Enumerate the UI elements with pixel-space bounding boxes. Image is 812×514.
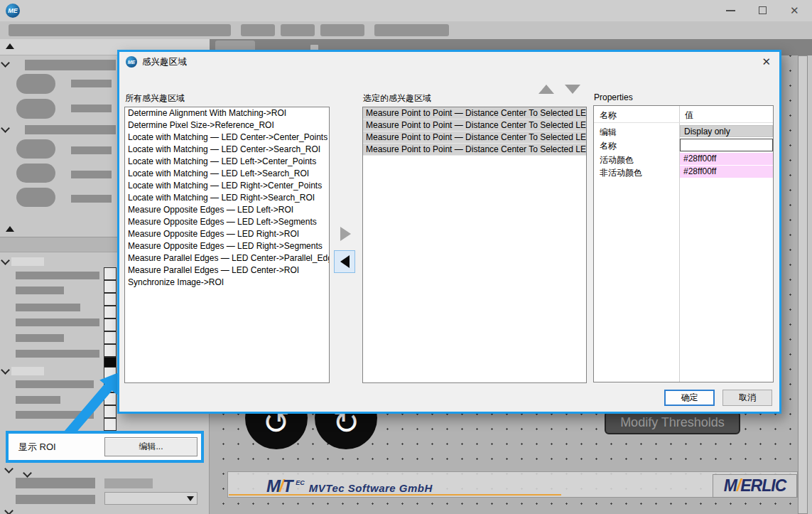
- mvtec-monogram-sup: EC: [296, 480, 305, 486]
- merlic-logo: M/ERLIC: [724, 476, 786, 496]
- list-item-selected[interactable]: Measure Point to Point — Distance Center…: [363, 144, 586, 156]
- placeholder-bar: [16, 350, 99, 358]
- remove-roi-button[interactable]: [334, 250, 355, 273]
- mvtec-monogram: M/T: [266, 478, 291, 495]
- placeholder-bar: [16, 478, 95, 488]
- mvtec-logo: M/T EC MVTec Software GmbH: [266, 475, 433, 495]
- list-item-selected[interactable]: Measure Point to Point — Distance Center…: [363, 132, 586, 144]
- list-item[interactable]: Synchronize Image->ROI: [125, 277, 329, 289]
- toolbar: [0, 21, 812, 39]
- add-roi-icon[interactable]: [340, 227, 351, 241]
- dialog-icon: ME: [126, 56, 137, 68]
- canvas-vertical-scrollbar[interactable]: [798, 55, 808, 514]
- placeholder-cell: [104, 331, 117, 344]
- property-name: 编辑: [600, 127, 617, 139]
- placeholder-bar: [16, 396, 60, 404]
- placeholder-tool[interactable]: [16, 164, 55, 183]
- placeholder-label: [71, 80, 112, 87]
- placeholder-cell: [104, 293, 117, 306]
- list-item[interactable]: Locate with Matching — LED Right->Center…: [125, 180, 329, 192]
- placeholder-cell: [104, 380, 117, 392]
- minimize-icon[interactable]: [726, 10, 735, 11]
- selected-rois-listbox[interactable]: Measure Point to Point — Distance Center…: [362, 107, 587, 383]
- cancel-button[interactable]: 取消: [722, 390, 772, 406]
- property-name: 名称: [600, 140, 617, 152]
- placeholder-bar: [16, 318, 99, 326]
- list-item[interactable]: Measure Opposite Edges — LED Right->Segm…: [125, 240, 329, 252]
- list-item[interactable]: Locate with Matching — LED Left->Center_…: [125, 156, 329, 168]
- placeholder-tool[interactable]: [16, 99, 55, 119]
- property-name: 非活动颜色: [600, 167, 642, 179]
- placeholder-cell: [104, 367, 117, 380]
- dialog-title: 感兴趣区域: [142, 56, 187, 68]
- list-item[interactable]: Measure Opposite Edges — LED Left->ROI: [125, 204, 329, 216]
- list-item[interactable]: Locate with Matching — LED Center->Cente…: [125, 132, 329, 144]
- remove-roi-icon: [340, 255, 350, 268]
- app-logo-icon: ME: [6, 4, 20, 18]
- placeholder-bar: [104, 478, 153, 488]
- placeholder-label: [11, 257, 44, 266]
- toolbar-placeholder-button[interactable]: [374, 24, 449, 36]
- edit-mode-dropdown[interactable]: Display only: [680, 125, 773, 137]
- property-row-active-color: 活动颜色 #28ff00ff: [594, 153, 773, 166]
- merlic-logo-box: M/ERLIC: [713, 474, 797, 498]
- placeholder-bar: [16, 334, 64, 342]
- ok-button[interactable]: 确定: [664, 390, 715, 406]
- all-rois-listbox[interactable]: Determine Alignment With Matching->ROIDe…: [124, 107, 330, 383]
- placeholder-tool[interactable]: [16, 188, 55, 207]
- placeholder-label: [71, 195, 112, 203]
- property-row-edit: 编辑 Display only: [594, 125, 773, 138]
- placeholder-cell: [104, 318, 117, 331]
- placeholder-cell: [104, 405, 117, 418]
- list-item[interactable]: Determine Alignment With Matching->ROI: [125, 107, 329, 119]
- property-row-name: 名称: [594, 139, 773, 151]
- mvtec-company-name: MVTec Software GmbH: [309, 481, 433, 495]
- placeholder-cell: [104, 344, 117, 357]
- placeholder-label: [71, 105, 112, 112]
- list-item[interactable]: Measure Opposite Edges — LED Left->Segme…: [125, 216, 329, 228]
- list-item[interactable]: Locate with Matching — LED Left->Search_…: [125, 168, 329, 180]
- dialog-titlebar[interactable]: ME 感兴趣区域: [119, 52, 779, 72]
- placeholder-cell: [104, 418, 117, 431]
- placeholder-bar: [16, 287, 64, 294]
- merlic-app-window: ME ✕ ↺ ↻ Modify Thresholds M/T EC MVTec …: [0, 0, 812, 514]
- roi-name-input[interactable]: [680, 139, 773, 151]
- close-icon[interactable]: ✕: [790, 5, 799, 16]
- show-roi-callout: 显示 ROI 编辑...: [6, 431, 204, 463]
- active-color-value[interactable]: #28ff00ff: [680, 153, 773, 165]
- toolbar-placeholder-button[interactable]: [320, 24, 364, 36]
- list-item[interactable]: Measure Parallel Edges — LED Center->ROI: [125, 264, 329, 277]
- placeholder-tool[interactable]: [16, 139, 55, 159]
- placeholder-dropdown[interactable]: [104, 492, 197, 505]
- placeholder-cell: [104, 267, 117, 280]
- placeholder-cell: [104, 392, 117, 405]
- placeholder-label: [71, 171, 112, 178]
- scroll-up-icon[interactable]: [6, 226, 14, 232]
- inactive-color-value[interactable]: #28ff00ff: [680, 166, 773, 178]
- property-name: 活动颜色: [600, 154, 634, 166]
- list-item[interactable]: Determine Pixel Size->Reference_ROI: [125, 119, 329, 132]
- list-item[interactable]: Measure Opposite Edges — LED Right->ROI: [125, 228, 329, 240]
- scroll-up-icon[interactable]: [6, 43, 14, 49]
- placeholder-cell: [104, 280, 117, 293]
- toolbar-placeholder-button[interactable]: [241, 24, 275, 36]
- list-item[interactable]: Locate with Matching — LED Right->Search…: [125, 192, 329, 204]
- toolbar-placeholder-button[interactable]: [281, 24, 315, 36]
- list-item[interactable]: Locate with Matching — LED Center->Searc…: [125, 144, 329, 156]
- list-item-selected[interactable]: Measure Point to Point — Distance Center…: [363, 119, 586, 132]
- move-up-icon[interactable]: [538, 85, 554, 94]
- placeholder-bar: [16, 380, 94, 388]
- modify-thresholds-button[interactable]: Modify Thresholds: [605, 411, 740, 434]
- edit-roi-button[interactable]: 编辑...: [104, 437, 197, 456]
- maximize-icon[interactable]: [759, 6, 767, 14]
- dialog-close-icon[interactable]: ✕: [762, 56, 771, 67]
- placeholder-label: [71, 146, 112, 154]
- list-item-selected[interactable]: Measure Point to Point — Distance Center…: [363, 107, 586, 119]
- list-item[interactable]: Measure Parallel Edges — LED Center->Par…: [125, 252, 329, 264]
- move-down-icon[interactable]: [565, 85, 580, 94]
- canvas-right-margin: [808, 55, 812, 514]
- all-rois-label: 所有感兴趣区域: [125, 92, 185, 105]
- placeholder-tool[interactable]: [16, 74, 55, 94]
- dropdown-arrow-icon[interactable]: [187, 496, 194, 501]
- property-row-inactive-color: 非活动颜色 #28ff00ff: [594, 166, 773, 178]
